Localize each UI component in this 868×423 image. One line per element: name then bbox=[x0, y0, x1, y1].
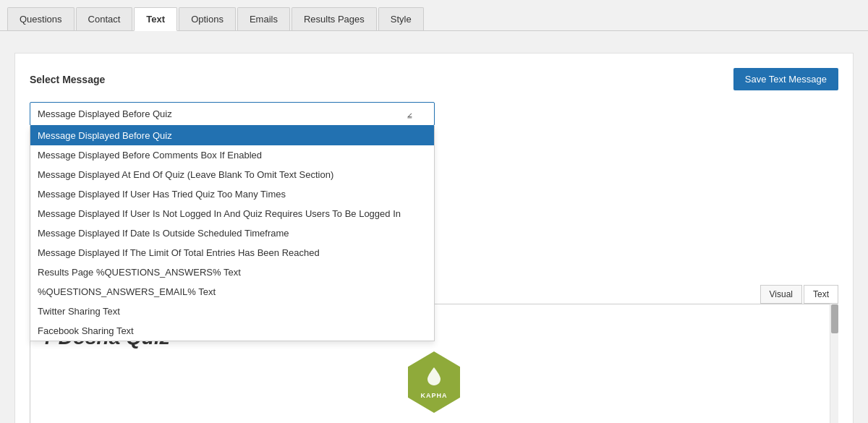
editor-text-tab[interactable]: Text bbox=[804, 285, 838, 304]
select-display[interactable]: Message Displayed Before Quiz ⦤ bbox=[30, 102, 435, 126]
section-label: Select Message bbox=[30, 74, 105, 85]
dropdown-item-facebook-sharing[interactable]: Facebook Sharing Text bbox=[30, 321, 434, 341]
tab-questions[interactable]: Questions bbox=[7, 7, 75, 30]
main-content: Select Message Save Text Message Message… bbox=[0, 31, 868, 423]
dropdown-item-before-quiz[interactable]: Message Displayed Before Quiz bbox=[30, 126, 434, 145]
tab-options[interactable]: Options bbox=[179, 7, 236, 30]
dropdown-item-twitter-sharing[interactable]: Twitter Sharing Text bbox=[30, 302, 434, 321]
tab-style[interactable]: Style bbox=[378, 7, 424, 30]
dropdown-item-outside-timeframe[interactable]: Message Displayed If Date Is Outside Sch… bbox=[30, 223, 434, 243]
dropdown-item-limit-reached[interactable]: Message Displayed If The Limit Of Total … bbox=[30, 243, 434, 262]
card: Select Message Save Text Message Message… bbox=[14, 53, 854, 423]
dropdown-item-too-many-times[interactable]: Message Displayed If User Has Tried Quiz… bbox=[30, 184, 434, 204]
tab-emails[interactable]: Emails bbox=[237, 7, 290, 30]
editor-scrollbar[interactable] bbox=[830, 304, 838, 423]
badge-label: KAPHA bbox=[420, 392, 447, 399]
dropdown-item-questions-answers-email[interactable]: %QUESTIONS_ANSWERS_EMAIL% Text bbox=[30, 282, 434, 302]
tab-text[interactable]: Text bbox=[134, 7, 177, 31]
save-text-message-button[interactable]: Save Text Message bbox=[733, 68, 838, 90]
tab-bar: Questions Contact Text Options Emails Re… bbox=[0, 0, 868, 31]
tab-results-pages[interactable]: Results Pages bbox=[292, 7, 377, 30]
dropdown-item-end-of-quiz[interactable]: Message Displayed At End Of Quiz (Leave … bbox=[30, 165, 434, 184]
scrollbar-thumb bbox=[831, 304, 838, 333]
editor-visual-tab[interactable]: Visual bbox=[760, 285, 802, 304]
dropdown-item-before-comments[interactable]: Message Displayed Before Comments Box If… bbox=[30, 145, 434, 165]
chevron-down-icon: ⦤ bbox=[407, 109, 412, 119]
select-wrapper: Message Displayed Before Quiz ⦤ Message … bbox=[30, 102, 435, 126]
select-dropdown: Message Displayed Before Quiz Message Di… bbox=[30, 126, 435, 341]
select-value: Message Displayed Before Quiz bbox=[38, 108, 172, 119]
dropdown-item-results-answers-text[interactable]: Results Page %QUESTIONS_ANSWERS% Text bbox=[30, 262, 434, 282]
card-header: Select Message Save Text Message bbox=[30, 68, 838, 90]
kapha-badge: KAPHA bbox=[405, 351, 463, 413]
tab-contact[interactable]: Contact bbox=[76, 7, 133, 30]
badge-container: KAPHA bbox=[405, 351, 463, 413]
dropdown-item-not-logged-in[interactable]: Message Displayed If User Is Not Logged … bbox=[30, 204, 434, 223]
water-drop-icon bbox=[426, 366, 442, 390]
